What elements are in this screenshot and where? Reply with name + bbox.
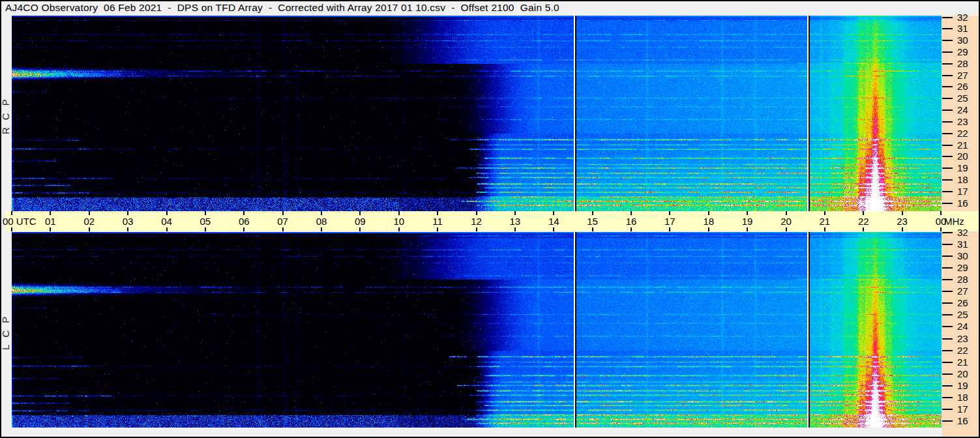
freq-tick xyxy=(942,232,953,233)
time-tick xyxy=(398,211,400,215)
time-tick xyxy=(708,227,709,231)
time-tick xyxy=(824,227,825,231)
freq-tick xyxy=(942,302,953,304)
freq-tick-label: 23 xyxy=(957,334,975,344)
freq-tick xyxy=(942,28,953,29)
freq-tick-label: 31 xyxy=(957,239,975,250)
freq-tick xyxy=(942,420,953,422)
time-axis-end-label: 00 xyxy=(931,216,951,227)
time-tick xyxy=(863,211,864,215)
freq-tick-label: 20 xyxy=(957,151,975,162)
time-tick-label: 17 xyxy=(660,216,679,227)
freq-tick-label: 31 xyxy=(957,23,975,34)
freq-tick-label: 30 xyxy=(957,35,975,46)
app-window: AJ4CO Observatory 06 Feb 2021 - DPS on T… xyxy=(0,0,980,438)
time-tick-label: 01 xyxy=(40,216,60,227)
time-tick xyxy=(863,227,864,231)
freq-tick xyxy=(942,191,953,192)
freq-tick-label: 18 xyxy=(957,175,975,185)
time-tick-label: 18 xyxy=(699,216,719,227)
freq-tick xyxy=(942,179,953,181)
time-tick xyxy=(553,211,554,215)
freq-tick-label: 21 xyxy=(957,140,975,151)
freq-tick xyxy=(942,338,953,340)
time-tick-label: 04 xyxy=(157,216,177,227)
time-tick xyxy=(631,211,632,215)
freq-tick xyxy=(942,244,953,245)
freq-tick-label: 18 xyxy=(957,392,975,403)
time-tick xyxy=(321,211,322,215)
time-tick xyxy=(243,211,245,215)
freq-tick-label: 22 xyxy=(957,345,975,356)
time-tick xyxy=(437,211,438,215)
freq-tick-label: 28 xyxy=(957,274,975,285)
lcp-spectrogram-canvas xyxy=(12,232,942,428)
time-tick xyxy=(127,211,128,215)
freq-tick xyxy=(942,110,953,111)
freq-tick-label: 27 xyxy=(957,70,975,81)
time-tick-label: 14 xyxy=(544,216,563,227)
time-tick xyxy=(747,211,748,215)
time-tick-label: 23 xyxy=(893,216,912,227)
time-tick xyxy=(205,227,206,231)
time-axis-start-label: 00 UTC xyxy=(3,216,37,227)
freq-tick xyxy=(942,267,953,269)
time-tick-label: 06 xyxy=(234,216,254,227)
time-tick xyxy=(11,211,12,215)
time-tick xyxy=(50,211,51,215)
time-tick-label: 05 xyxy=(196,216,215,227)
time-tick xyxy=(940,211,942,215)
time-tick xyxy=(11,227,12,231)
time-tick xyxy=(592,227,593,231)
time-tick-label: 10 xyxy=(389,216,409,227)
rcp-panel-label: RCP xyxy=(0,16,11,211)
time-tick xyxy=(708,211,709,215)
freq-tick-label: 16 xyxy=(957,416,975,426)
time-tick xyxy=(359,211,361,215)
freq-tick xyxy=(942,409,953,410)
freq-tick-label: 26 xyxy=(957,298,975,308)
time-tick-label: 03 xyxy=(118,216,138,227)
freq-tick xyxy=(942,75,953,76)
time-tick xyxy=(553,227,554,231)
time-tick xyxy=(902,227,903,231)
freq-tick xyxy=(942,51,953,53)
time-tick xyxy=(940,227,942,231)
freq-tick xyxy=(942,385,953,387)
freq-tick xyxy=(942,256,953,257)
freq-tick-label: 28 xyxy=(957,59,975,69)
time-tick-label: 12 xyxy=(467,216,486,227)
time-tick xyxy=(282,227,284,231)
time-tick xyxy=(89,227,90,231)
freq-tick xyxy=(942,98,953,99)
time-tick xyxy=(669,211,670,215)
time-tick xyxy=(476,227,477,231)
time-tick xyxy=(514,211,516,215)
rcp-spectrogram-canvas xyxy=(12,16,942,211)
time-tick-label: 02 xyxy=(80,216,99,227)
time-tick xyxy=(476,211,477,215)
time-tick xyxy=(592,211,593,215)
freq-tick-label: 25 xyxy=(957,93,975,104)
freq-tick xyxy=(942,156,953,157)
time-tick-label: 13 xyxy=(505,216,525,227)
freq-tick-label: 27 xyxy=(957,286,975,297)
time-tick xyxy=(89,211,90,215)
freq-tick xyxy=(942,63,953,65)
time-tick xyxy=(786,227,787,231)
time-tick xyxy=(166,211,168,215)
time-tick xyxy=(631,227,632,231)
freq-tick xyxy=(942,397,953,398)
time-tick xyxy=(398,227,400,231)
freq-tick-label: 17 xyxy=(957,186,975,197)
freq-tick xyxy=(942,314,953,315)
time-tick-label: 16 xyxy=(621,216,641,227)
freq-tick xyxy=(942,362,953,363)
window-title: AJ4CO Observatory 06 Feb 2021 - DPS on T… xyxy=(5,2,559,14)
time-tick xyxy=(824,211,825,215)
freq-tick xyxy=(942,326,953,327)
time-tick-label: 19 xyxy=(737,216,757,227)
time-tick xyxy=(166,227,168,231)
freq-tick-label: 19 xyxy=(957,381,975,391)
freq-tick xyxy=(942,40,953,41)
